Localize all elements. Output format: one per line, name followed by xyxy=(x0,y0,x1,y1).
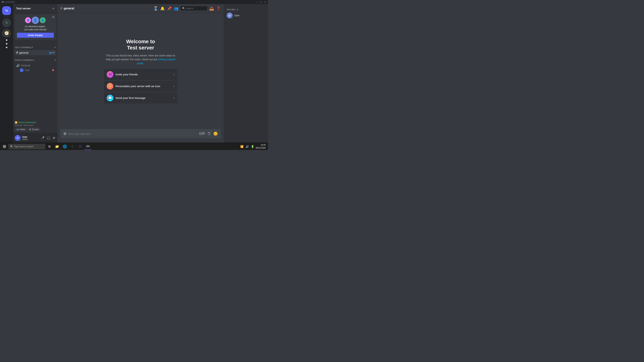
explore-servers-button[interactable]: 🧭 xyxy=(2,29,11,37)
screen-icon: 🖥 xyxy=(29,128,31,131)
checklist-invite-friends[interactable]: 💜 Invite your friends › xyxy=(104,69,178,80)
add-voice-channel-button[interactable]: + xyxy=(54,58,56,62)
voice-channel-name: General xyxy=(21,64,30,67)
send-message-icon: 💬 xyxy=(107,95,113,101)
discord-logo-icon: 🎮 xyxy=(2,1,4,3)
search-icon: 🔍 xyxy=(182,7,185,10)
user-panel: U User #0000 🎤 🎧 ⚙ xyxy=(13,133,58,143)
member-item[interactable]: U User xyxy=(225,11,266,19)
taskbar-word-button[interactable]: W xyxy=(76,143,84,150)
edge-icon: 🌐 xyxy=(63,144,67,149)
taskbar-clock[interactable]: 19:00 30/11/2020 xyxy=(256,144,266,149)
maximize-button[interactable]: □ xyxy=(260,1,262,3)
user-settings-button[interactable]: ⚙ xyxy=(52,135,56,140)
minimize-button[interactable]: − xyxy=(256,1,258,3)
voice-connected-panel: 📶 Voice Connected General / Test server … xyxy=(13,120,58,133)
voice-channel-header[interactable]: 🔊 General xyxy=(16,63,54,68)
start-button[interactable]: ⊞ xyxy=(1,143,8,150)
user-controls: 🎤 🎧 ⚙ xyxy=(40,135,56,140)
invite-popup-text: An adventure begins. Let's add some frie… xyxy=(17,25,54,31)
voice-signal-icon: 📶 xyxy=(15,121,18,124)
word-icon: W xyxy=(79,145,82,148)
invite-avatar-small-right: 👤 xyxy=(40,17,46,23)
mute-button[interactable]: 🎤 xyxy=(40,135,45,140)
voice-controls-bar: 📹 Video 🖥 Screen xyxy=(15,127,56,131)
member-name: User xyxy=(234,14,240,17)
voice-connected-status: 📶 Voice Connected xyxy=(15,121,56,124)
channel-members-icon[interactable]: 👥 xyxy=(49,51,52,54)
send-message-chevron-icon: › xyxy=(174,96,174,100)
add-text-channel-button[interactable]: + xyxy=(54,46,56,49)
voice-user-item[interactable]: 👤 User 🔇 xyxy=(16,68,54,72)
emoji-icon[interactable]: 😊 xyxy=(213,131,218,136)
text-channels-category: TEXT CHANNELS + xyxy=(13,43,58,50)
file-explorer-icon: 📁 xyxy=(55,144,59,149)
search-bar[interactable]: 🔍 Search xyxy=(181,6,207,10)
server-divider xyxy=(4,16,10,17)
taskbar-file-explorer-button[interactable]: 📁 xyxy=(53,143,61,150)
checklist: 💜 Invite your friends › 🎨 Personalize yo… xyxy=(104,69,178,103)
voice-user-name: User xyxy=(25,69,30,71)
invite-people-button[interactable]: Invite People xyxy=(17,33,54,38)
voice-channels-label: VOICE CHANNELS xyxy=(15,59,34,61)
tray-volume-icon[interactable]: 🔊 xyxy=(245,145,250,148)
excel-icon: E xyxy=(72,145,74,148)
server-rail-dot xyxy=(6,43,7,44)
message-input[interactable] xyxy=(68,130,198,137)
channel-list: TEXT CHANNELS + # general 👥 ⚙ VOICE CHAN… xyxy=(13,41,58,120)
member-avatar: U xyxy=(227,12,232,18)
sticker-icon[interactable]: 🗒 xyxy=(207,131,211,136)
taskbar-search-bar[interactable]: 🔍 Type here to search xyxy=(8,144,45,149)
user-info: U User #0000 xyxy=(15,135,39,141)
personalize-server-icon: 🎨 xyxy=(107,83,113,89)
channel-actions: 👥 ⚙ xyxy=(49,51,54,54)
invite-popup-close-button[interactable]: ✕ xyxy=(52,15,54,19)
video-button[interactable]: 📹 Video xyxy=(15,127,27,131)
channel-sidebar: Test server ✕ ✕ 👤 👤 👤 An adventure begin… xyxy=(13,4,58,143)
invite-friends-chevron-icon: › xyxy=(174,73,174,76)
inbox-icon[interactable]: 📥 xyxy=(210,6,214,11)
welcome-title: Welcome to Test server xyxy=(104,38,178,51)
gif-icon[interactable]: GIF xyxy=(199,131,205,136)
user-discriminator-label: #0000 xyxy=(22,138,28,140)
user-name-area: User #0000 xyxy=(22,135,28,140)
taskbar-edge-button[interactable]: 🌐 xyxy=(61,143,68,150)
task-view-button[interactable]: ⧉ xyxy=(46,143,53,150)
channel-settings-icon[interactable]: ⚙ xyxy=(52,51,54,54)
members-icon[interactable]: 👥 xyxy=(174,6,178,11)
send-message-label: Send your first message xyxy=(116,96,171,99)
close-button[interactable]: × xyxy=(264,1,266,3)
voice-deafen-icon: 🔇 xyxy=(52,69,54,71)
checklist-send-message[interactable]: 💬 Send your first message › xyxy=(104,92,178,103)
channel-item-general[interactable]: # general 👥 ⚙ xyxy=(15,50,56,55)
message-input-area: ⊕ GIF 🗒 😊 xyxy=(58,129,224,143)
notification-icon[interactable]: 🔔 xyxy=(160,6,165,11)
invite-popup-avatars: 👤 👤 👤 xyxy=(17,16,54,24)
checklist-personalize-server[interactable]: 🎨 Personalize your server with an icon › xyxy=(104,81,178,92)
invite-popup: ✕ 👤 👤 👤 An adventure begins. Let's add s… xyxy=(15,14,56,40)
deafen-button[interactable]: 🎧 xyxy=(46,135,51,140)
voice-connected-location: General / Test server xyxy=(15,124,56,126)
member-status-dot xyxy=(231,17,233,18)
taskbar-excel-button[interactable]: E xyxy=(69,143,76,150)
screen-button[interactable]: 🖥 Screen xyxy=(28,127,40,131)
thread-icon[interactable]: 🧵 xyxy=(154,6,158,11)
tray-battery-icon[interactable]: 🔋 xyxy=(250,145,255,148)
search-taskbar-btn: 🔍 Type here to search xyxy=(8,143,45,150)
help-icon[interactable]: ❓ xyxy=(216,6,221,11)
discord-taskbar-icon: 🎮 xyxy=(86,144,90,148)
main-content: # general 🧵 🔔 📌 👥 🔍 Search 📥 ❓ Welcom xyxy=(58,4,224,143)
server-rail-dot xyxy=(6,47,7,48)
pin-icon[interactable]: 📌 xyxy=(167,6,172,11)
add-server-button[interactable]: + xyxy=(2,18,11,27)
server-header[interactable]: Test server ✕ xyxy=(13,4,58,13)
message-add-button[interactable]: ⊕ xyxy=(63,129,66,138)
taskbar-discord-active[interactable]: 🎮 xyxy=(84,143,92,150)
invite-friends-label: Invite your friends xyxy=(116,73,171,76)
tray-network-icon[interactable]: 📶 xyxy=(240,145,244,148)
voice-icon: 🔊 xyxy=(16,64,20,67)
online-members-category: ONLINE—1 xyxy=(225,7,266,11)
server-name: Test server xyxy=(16,7,31,10)
server-icon-ts[interactable]: Ts xyxy=(2,6,11,15)
window-controls: − □ × xyxy=(256,1,266,3)
